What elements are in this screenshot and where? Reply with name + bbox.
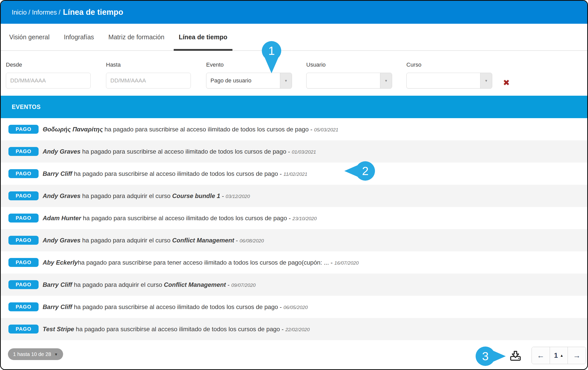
event-text: Test Stripe ha pagado para suscribirse a… [43, 326, 310, 333]
caret-down-icon: ▼ [54, 352, 58, 356]
clear-filters-button[interactable]: ✖ [503, 77, 510, 89]
chevron-down-icon: ▼ [480, 73, 492, 88]
tab-label: Línea de tiempo [179, 33, 227, 41]
event-course: Course bundle 1 [172, 192, 220, 199]
event-date: 06/05/2020 [284, 305, 308, 310]
event-text: Andy Graves ha pagado para adquirir el c… [43, 237, 264, 244]
prev-page-button[interactable]: ← [532, 347, 550, 364]
event-type-badge: PAGO [8, 302, 39, 311]
event-date: 23/10/2020 [292, 216, 317, 221]
breadcrumb-links[interactable]: Inicio / Informes / [12, 9, 60, 16]
date-from-input[interactable] [6, 73, 91, 89]
filter-curso: Curso ▼ [406, 62, 491, 89]
tab[interactable]: Visión general [4, 24, 55, 50]
event-user: Adam Hunter [43, 215, 81, 221]
event-text: Barry Cliff ha pagado para suscribirse a… [43, 170, 307, 177]
events-table-header: EVENTOS [1, 96, 587, 118]
filter-desde: Desde [6, 62, 91, 89]
filter-usuario: Usuario ▼ [306, 62, 391, 89]
rows-range-label: 1 hasta 10 de 28 [13, 351, 51, 357]
filter-label: Curso [406, 62, 491, 68]
download-icon [509, 349, 522, 362]
annotation-callout-3: 3 [476, 347, 495, 366]
tab-label: Infografías [64, 33, 94, 41]
curso-select[interactable]: ▼ [406, 73, 492, 89]
event-user: Θοδωρής Παναρίτης [43, 126, 103, 133]
event-user: Aby Eckerly [43, 259, 78, 266]
event-course: Conflict Management [172, 237, 234, 244]
filter-label: Hasta [106, 62, 191, 68]
event-type-badge: PAGO [8, 191, 39, 200]
event-user: Andy Graves [43, 148, 80, 155]
event-text: Aby Eckerlyha pagado para suscribirse pa… [43, 259, 359, 266]
tab[interactable]: Infografías [59, 24, 99, 50]
event-user: Barry Cliff [43, 281, 72, 288]
tab[interactable]: Línea de tiempo [174, 24, 232, 50]
caret-up-icon: ▲ [560, 353, 563, 357]
arrow-left-icon: ← [537, 351, 545, 360]
annotation-callout-2: 2 [356, 161, 375, 181]
curso-select-value [411, 73, 479, 88]
annotation-callout-1: 1 [262, 41, 281, 60]
event-text: Barry Cliff ha pagado para adquirir el c… [43, 281, 256, 288]
download-report-button[interactable] [509, 349, 522, 362]
event-type-badge: PAGO [8, 214, 39, 223]
filter-label: Desde [6, 62, 91, 68]
callout-number: 2 [356, 161, 375, 181]
event-row: PAGO Barry Cliff ha pagado para suscribi… [1, 296, 587, 318]
event-date: 22/02/2020 [285, 327, 310, 332]
event-type-badge: PAGO [8, 325, 39, 334]
current-page-button[interactable]: 1 ▲ [550, 347, 568, 364]
event-row: PAGO Andy Graves ha pagado para adquirir… [1, 185, 587, 207]
tabs: Visión general Infografías Matriz de for… [1, 24, 587, 51]
next-page-button[interactable]: → [568, 347, 586, 364]
filter-hasta: Hasta [106, 62, 191, 89]
callout-number: 3 [476, 347, 495, 366]
evento-select[interactable]: Pago de usuario ▼ [206, 73, 292, 89]
event-type-badge: PAGO [8, 280, 39, 289]
event-row: PAGO Barry Cliff ha pagado para suscribi… [1, 163, 587, 185]
page-title: Línea de tiempo [63, 8, 123, 17]
event-date: 11/02/2021 [284, 171, 308, 177]
event-row: PAGO Andy Graves ha pagado para adquirir… [1, 229, 587, 251]
event-date: 03/12/2020 [226, 194, 250, 199]
event-user: Barry Cliff [43, 170, 72, 177]
timeline-report-page: Inicio / Informes / Línea de tiempo Visi… [0, 0, 588, 370]
date-to-input[interactable] [106, 73, 191, 89]
events-header-label: EVENTOS [12, 104, 41, 110]
event-user: Andy Graves [43, 237, 80, 244]
pagination: ← 1 ▲ → [532, 347, 586, 364]
event-row: PAGO Adam Hunter ha pagado para suscribi… [1, 207, 587, 229]
events-list: PAGO Θοδωρής Παναρίτης ha pagado para su… [1, 118, 587, 340]
event-user: Andy Graves [43, 192, 80, 199]
event-text: Andy Graves ha pagado para adquirir el c… [43, 192, 250, 200]
event-type-badge: PAGO [8, 258, 39, 267]
event-type-badge: PAGO [8, 147, 39, 156]
event-type-badge: PAGO [8, 236, 39, 245]
usuario-select[interactable]: ▼ [306, 73, 392, 89]
event-row: PAGO Andy Graves ha pagado para suscribi… [1, 140, 587, 163]
event-text: Barry Cliff ha pagado para suscribirse a… [43, 303, 308, 311]
rows-range-dropdown[interactable]: 1 hasta 10 de 28 ▼ [8, 348, 63, 360]
chevron-down-icon: ▼ [280, 73, 292, 88]
event-type-badge: PAGO [8, 169, 39, 178]
event-text: Adam Hunter ha pagado para suscribirse a… [43, 215, 317, 222]
arrow-right-icon: → [573, 351, 581, 360]
event-date: 01/03/2021 [292, 149, 316, 155]
tab-label: Matriz de formación [108, 33, 164, 41]
event-user: Barry Cliff [43, 303, 72, 310]
usuario-select-value [311, 73, 379, 88]
chevron-down-icon: ▼ [380, 73, 392, 88]
event-date: 16/07/2020 [334, 260, 359, 266]
event-text: Andy Graves ha pagado para suscribirse a… [43, 148, 316, 155]
tab-label: Visión general [9, 33, 50, 41]
event-type-badge: PAGO [8, 125, 39, 134]
filter-label: Usuario [306, 62, 391, 68]
event-row: PAGO Barry Cliff ha pagado para adquirir… [1, 274, 587, 296]
event-row: PAGO Test Stripe ha pagado para suscribi… [1, 318, 587, 340]
callout-number: 1 [262, 41, 281, 60]
event-course: Conflict Management [164, 281, 226, 288]
event-date: 09/07/2020 [231, 282, 256, 288]
breadcrumb: Inicio / Informes / Línea de tiempo [1, 1, 587, 24]
tab[interactable]: Matriz de formación [103, 24, 170, 50]
